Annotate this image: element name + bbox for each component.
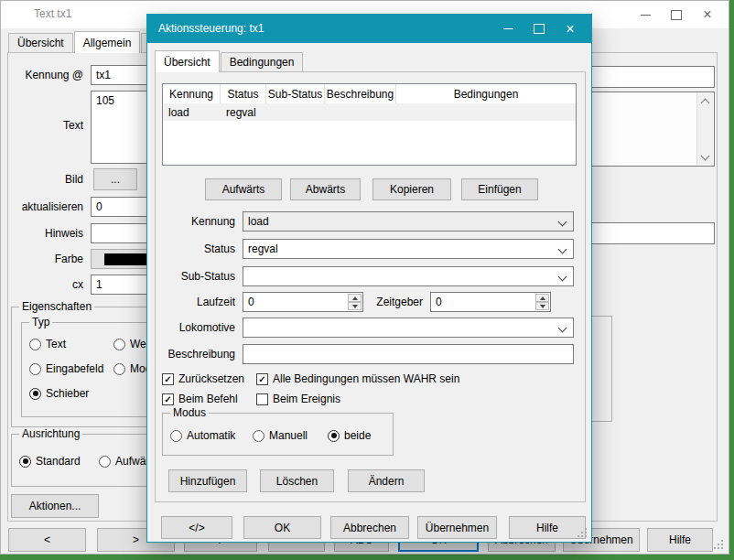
loeschen-button[interactable]: Löschen [260,469,334,492]
radio-typ-text[interactable]: Text [29,338,66,350]
checkbox-icon: ✓ [162,393,174,405]
dialog-hilfe-button[interactable]: Hilfe [509,516,586,539]
arrow-down-icon [540,305,545,308]
vertical-scrollbar[interactable] [696,93,713,165]
dialog-window: Aktionssteuerung: tx1 × Übersicht Beding… [146,14,592,543]
column-header[interactable]: Bedingungen [396,84,576,103]
arrow-up-icon [352,296,358,300]
maximize-button[interactable] [661,1,692,28]
dialog-title: Aktionssteuerung: tx1 [158,22,264,35]
status-label: Status [156,242,235,255]
kennung-combobox[interactable]: load [243,211,574,232]
maximize-icon [671,10,682,20]
column-header[interactable]: Kennung [163,84,221,103]
bg-tab-uebersicht[interactable]: Übersicht [8,33,73,52]
dialog-abbrechen-button[interactable]: Abbrechen [330,516,409,539]
dialog-tab-uebersicht[interactable]: Übersicht [155,50,220,72]
chevron-up-icon [701,98,710,107]
farbe-label: Farbe [10,253,83,265]
sub-status-combobox[interactable] [243,266,574,286]
cx-label: cx [10,278,83,291]
radio-icon [99,456,111,468]
hinweis-label: Hinweis [10,227,83,240]
radio-icon [29,339,41,350]
checkbox-icon: ✓ [256,373,268,385]
status-combobox[interactable]: regval [243,239,574,259]
bg-hilfe-button[interactable]: Hilfe [647,528,713,552]
chevron-down-icon [558,245,567,254]
radio-icon [253,430,264,442]
radio-modus-automatik[interactable]: Automatik [170,429,235,442]
dialog-titlebar[interactable]: Aktionssteuerung: tx1 × [147,15,591,43]
lokomotive-label: Lokomotive [156,321,235,334]
column-header[interactable]: Status [221,84,266,103]
dialog-tab-page: Kennung Status Sub-Status Beschreibung B… [155,71,586,502]
eigenschaften-legend: Eigenschaften [19,300,94,313]
spin-up-button[interactable] [535,294,549,302]
minimize-button[interactable] [630,1,661,28]
checkbox-alle-bedingungen[interactable]: ✓Alle Bedingungen müssen WAHR sein [256,372,459,385]
lokomotive-combobox[interactable] [243,318,574,338]
beschreibung-input[interactable] [243,344,574,364]
radio-icon [113,339,125,350]
dialog-code-button[interactable]: </> [161,516,232,539]
column-header[interactable]: Sub-Status [266,84,325,103]
radio-typ-schieber[interactable]: Schieber [29,387,89,400]
minimize-icon [503,28,513,29]
aufwaerts-button[interactable]: Aufwärts [205,178,282,200]
chevron-down-icon [701,151,710,160]
bild-browse-button[interactable]: ... [93,168,137,190]
radio-typ-eingabefeld[interactable]: Eingabefeld [29,362,103,375]
arrow-down-icon [352,305,358,308]
kennung-label: Kennung [156,215,235,228]
close-button[interactable]: × [692,1,723,28]
aendern-button[interactable]: Ändern [348,469,425,492]
scroll-down-button[interactable] [697,149,713,165]
aktualisieren-label: aktualisieren [10,200,83,213]
chevron-down-icon [558,273,567,282]
zeitgeber-label: Zeitgeber [359,296,423,308]
modus-legend: Modus [170,406,209,419]
close-icon: × [566,22,574,37]
radio-icon [328,430,340,442]
radio-ausrichtung-standard[interactable]: Standard [19,455,81,468]
scroll-up-button[interactable] [697,93,713,109]
hinzufuegen-button[interactable]: Hinzufügen [168,469,247,492]
radio-modus-beide[interactable]: beide [328,429,371,442]
laufzeit-label: Laufzeit [156,296,235,308]
zeitgeber-spinner[interactable]: 0 [430,292,551,312]
dialog-ok-button[interactable]: OK [243,516,321,539]
bg-resize-grip[interactable] [721,540,723,542]
einfuegen-button[interactable]: Einfügen [461,178,538,200]
dialog-tab-bedingungen[interactable]: Bedingungen [221,52,304,71]
checkbox-icon: ✓ [162,373,174,385]
bild-label: Bild [10,173,83,186]
checkbox-beim-befehl[interactable]: ✓Beim Befehl [162,393,238,405]
checkbox-icon [256,393,268,405]
radio-modus-manuell[interactable]: Manuell [253,429,308,442]
bg-prev-button[interactable]: < [8,528,86,552]
checkbox-beim-ereignis[interactable]: Beim Ereignis [256,393,340,405]
table-row[interactable]: load regval [163,103,576,121]
arrow-up-icon [540,296,545,300]
close-icon: × [703,7,711,22]
dialog-resize-grip[interactable] [585,528,587,530]
radio-icon [113,363,125,375]
dialog-uebernehmen-button[interactable]: Übernehmen [417,516,497,539]
dialog-minimize-button[interactable] [492,15,524,43]
kopieren-button[interactable]: Kopieren [372,178,451,200]
checkbox-zuruecksetzen[interactable]: ✓Zurücksetzen [162,372,244,385]
dialog-close-button[interactable]: × [555,15,586,43]
aktionen-button[interactable]: Aktionen... [11,494,99,518]
bg-window-title: Text tx1 [34,7,71,20]
minimize-icon [641,15,651,16]
screen: Text tx1 × Übersicht Allgemein Sch Kennu… [0,0,734,560]
column-header[interactable]: Beschreibung [325,84,396,103]
spin-down-button[interactable] [535,302,549,310]
bg-tab-allgemein[interactable]: Allgemein [74,31,141,53]
radio-icon [29,363,41,375]
laufzeit-spinner[interactable]: 0 [243,292,363,312]
beschreibung-label: Beschreibung [156,348,235,361]
abwaerts-button[interactable]: Abwärts [290,178,361,200]
dialog-maximize-button[interactable] [524,15,555,43]
